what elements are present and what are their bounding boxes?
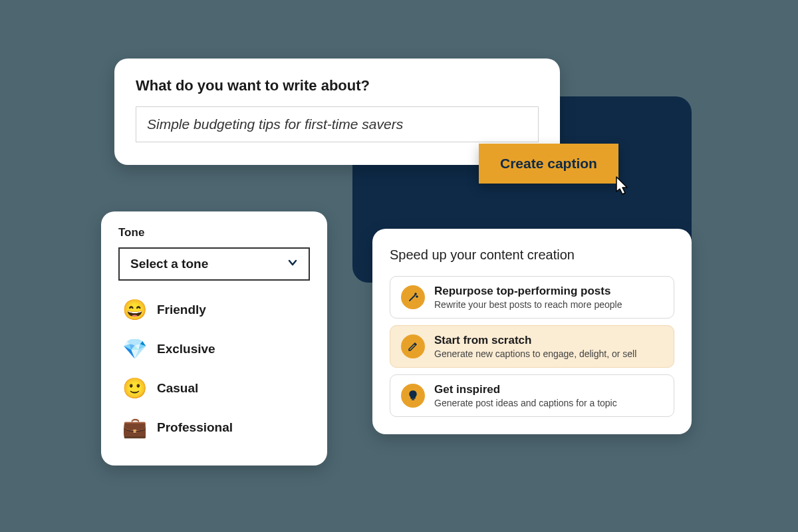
speed-option-desc: Rewrite your best posts to reach more pe…: [434, 299, 622, 310]
briefcase-emoji-icon: 💼: [122, 416, 146, 439]
speed-option-scratch[interactable]: Start from scratch Generate new captions…: [390, 325, 674, 368]
speed-option-repurpose[interactable]: Repurpose top-performing posts Rewrite y…: [390, 276, 674, 319]
speed-title: Speed up your content creation: [390, 247, 674, 263]
tone-option-casual[interactable]: 🙂 Casual: [118, 368, 310, 408]
tone-option-label: Friendly: [157, 303, 206, 317]
tone-card: Tone Select a tone 😄 Friendly 💎 Exclusiv…: [101, 211, 327, 466]
tone-option-label: Professional: [157, 420, 233, 435]
speed-option-title: Get inspired: [434, 383, 617, 396]
speed-card: Speed up your content creation Repurpose…: [372, 229, 692, 434]
slight-smile-emoji-icon: 🙂: [122, 376, 146, 400]
tone-select[interactable]: Select a tone: [118, 247, 310, 281]
create-caption-button[interactable]: Create caption: [479, 144, 618, 184]
prompt-input[interactable]: [136, 106, 539, 142]
wand-icon: [401, 285, 425, 309]
diamond-emoji-icon: 💎: [122, 337, 146, 360]
prompt-title: What do you want to write about?: [136, 77, 539, 94]
tone-option-professional[interactable]: 💼 Professional: [118, 408, 310, 447]
chevron-down-icon: [287, 257, 298, 271]
speed-option-inspired[interactable]: Get inspired Generate post ideas and cap…: [390, 374, 674, 417]
smile-emoji-icon: 😄: [122, 298, 146, 321]
speed-option-desc: Generate new captions to engage, delight…: [434, 348, 636, 359]
pencil-icon: [401, 334, 425, 358]
tone-option-exclusive[interactable]: 💎 Exclusive: [118, 329, 310, 368]
tone-label: Tone: [118, 226, 310, 239]
speed-option-title: Repurpose top-performing posts: [434, 285, 622, 298]
lightbulb-icon: [401, 384, 425, 408]
tone-option-label: Casual: [157, 381, 198, 396]
speed-option-title: Start from scratch: [434, 334, 636, 347]
speed-option-desc: Generate post ideas and captions for a t…: [434, 398, 617, 408]
tone-option-label: Exclusive: [157, 342, 215, 356]
tone-select-placeholder: Select a tone: [130, 257, 208, 271]
tone-option-friendly[interactable]: 😄 Friendly: [118, 290, 310, 329]
